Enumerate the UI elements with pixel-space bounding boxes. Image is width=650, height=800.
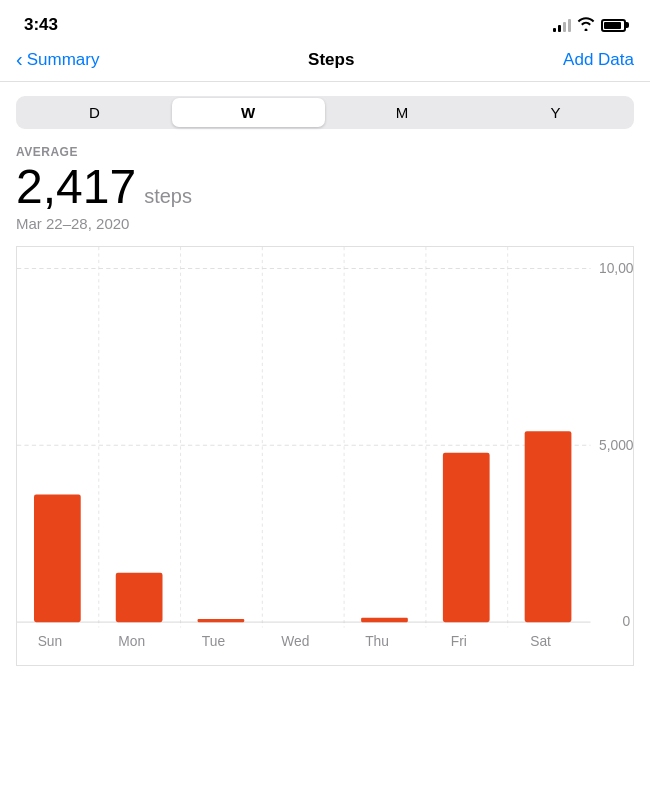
bar-tue — [198, 619, 245, 622]
back-label: Summary — [27, 50, 100, 70]
chevron-left-icon: ‹ — [16, 48, 23, 71]
segment-control-wrapper: D W M Y — [0, 82, 650, 139]
x-label-thu: Thu — [365, 633, 389, 649]
status-time: 3:43 — [24, 15, 58, 35]
page-title: Steps — [308, 50, 354, 70]
wifi-icon — [577, 17, 595, 34]
segment-control: D W M Y — [16, 96, 634, 129]
status-icons — [553, 17, 626, 34]
y-label-5000: 5,000 — [599, 437, 633, 453]
chart-container: 10,000 5,000 0 Sun Mon Tue Wed Thu Fri S… — [16, 246, 634, 666]
add-data-button[interactable]: Add Data — [563, 50, 634, 70]
segment-week[interactable]: W — [172, 98, 325, 127]
back-button[interactable]: ‹ Summary — [16, 48, 99, 71]
nav-bar: ‹ Summary Steps Add Data — [0, 44, 650, 82]
x-label-sun: Sun — [38, 633, 63, 649]
stats-date: Mar 22–28, 2020 — [16, 215, 634, 232]
x-label-mon: Mon — [118, 633, 145, 649]
stats-value-row: 2,417 steps — [16, 163, 634, 211]
bar-thu — [361, 618, 408, 622]
bar-fri — [443, 453, 490, 622]
battery-icon — [601, 19, 626, 32]
x-label-tue: Tue — [202, 633, 226, 649]
status-bar: 3:43 — [0, 0, 650, 44]
segment-year[interactable]: Y — [479, 98, 632, 127]
bar-chart: 10,000 5,000 0 Sun Mon Tue Wed Thu Fri S… — [17, 247, 633, 665]
bar-sat — [525, 431, 572, 622]
x-label-sat: Sat — [530, 633, 551, 649]
stats-section: AVERAGE 2,417 steps Mar 22–28, 2020 — [0, 139, 650, 242]
segment-month[interactable]: M — [326, 98, 479, 127]
x-label-wed: Wed — [281, 633, 309, 649]
stats-unit: steps — [144, 185, 192, 208]
x-label-fri: Fri — [451, 633, 467, 649]
stats-number: 2,417 — [16, 163, 136, 211]
y-label-0: 0 — [622, 613, 630, 629]
signal-icon — [553, 18, 571, 32]
bar-sun — [34, 495, 81, 623]
stats-label: AVERAGE — [16, 145, 634, 159]
segment-day[interactable]: D — [18, 98, 171, 127]
y-label-10000: 10,000 — [599, 260, 633, 276]
bar-mon — [116, 573, 163, 622]
